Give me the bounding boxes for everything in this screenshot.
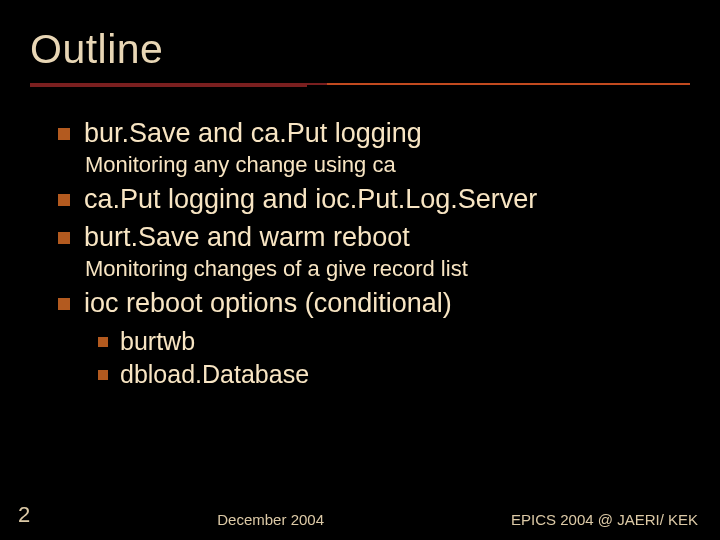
slide-title: Outline — [30, 26, 690, 73]
bullet-text: bur.Save and ca.Put logging — [84, 117, 422, 150]
square-bullet-icon — [58, 194, 70, 206]
bullet-text: ca.Put logging and ioc.Put.Log.Server — [84, 183, 537, 216]
bullet-text: ioc reboot options (conditional) — [84, 287, 452, 320]
square-bullet-icon — [98, 370, 108, 380]
footer-date: December 2004 — [30, 511, 511, 528]
square-bullet-icon — [98, 337, 108, 347]
sub-bullet-text: burtwb — [120, 326, 195, 357]
slide: Outline bur.Save and ca.Put logging Moni… — [0, 0, 720, 540]
square-bullet-icon — [58, 298, 70, 310]
footer-event: EPICS 2004 @ JAERI/ KEK — [511, 511, 698, 528]
bullet-item: ca.Put logging and ioc.Put.Log.Server — [58, 183, 690, 216]
content-area: bur.Save and ca.Put logging Monitoring a… — [30, 117, 690, 390]
square-bullet-icon — [58, 232, 70, 244]
footer: 2 December 2004 EPICS 2004 @ JAERI/ KEK — [0, 502, 720, 528]
square-bullet-icon — [58, 128, 70, 140]
bullet-item: ioc reboot options (conditional) — [58, 287, 690, 320]
sub-bullet-item: dbload.Database — [98, 359, 690, 390]
bullet-subtext: Monitoring any change using ca — [85, 152, 690, 178]
bullet-item: burt.Save and warm reboot — [58, 221, 690, 254]
rule-bottom — [30, 85, 307, 87]
bullet-subtext: Monitoring changes of a give record list — [85, 256, 690, 282]
title-rule — [30, 83, 690, 89]
sub-bullet-group: burtwb dbload.Database — [98, 326, 690, 390]
bullet-text: burt.Save and warm reboot — [84, 221, 410, 254]
sub-bullet-text: dbload.Database — [120, 359, 309, 390]
page-number: 2 — [18, 502, 30, 528]
bullet-item: bur.Save and ca.Put logging — [58, 117, 690, 150]
sub-bullet-item: burtwb — [98, 326, 690, 357]
